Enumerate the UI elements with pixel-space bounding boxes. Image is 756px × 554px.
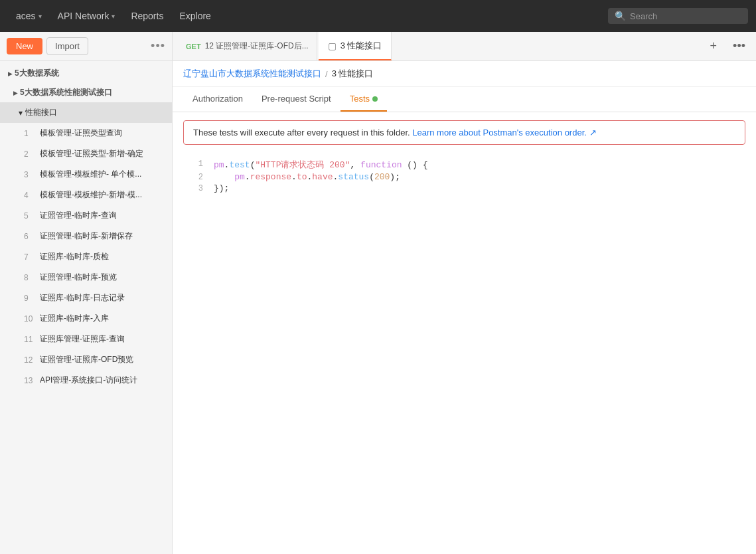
sidebar-item-12[interactable]: 12 证照管理-证照库-OFD预览: [0, 349, 172, 370]
top-navigation: aces ▾ API Network ▾ Reports Explore 🔍: [0, 0, 756, 32]
sidebar: New Import ••• ▸ 5大数据系统 ▸ 5大数据系统性能测试接口 ▾…: [0, 32, 173, 554]
sidebar-item-9[interactable]: 9 证照库-临时库-日志记录: [0, 288, 172, 308]
new-button[interactable]: New: [7, 38, 42, 54]
tab-pre-request-script[interactable]: Pre-request Script: [252, 87, 340, 112]
sidebar-section-bigdata[interactable]: ▸ 5大数据系统: [0, 64, 172, 83]
search-icon: 🔍: [615, 11, 626, 21]
request-tab-label: 12 证照管理-证照库-OFD后...: [205, 41, 309, 52]
sidebar-item-11[interactable]: 11 证照库管理-证照库-查询: [0, 329, 172, 349]
nav-explore[interactable]: Explore: [171, 7, 218, 25]
api-network-label: API Network: [58, 11, 110, 21]
sidebar-section-performance[interactable]: ▸ 5大数据系统性能测试接口: [0, 83, 172, 102]
sidebar-item-5[interactable]: 5 证照管理-临时库-查询: [0, 205, 172, 226]
tab-actions: + •••: [705, 37, 751, 56]
notice-banner: These tests will execute after every req…: [183, 120, 745, 145]
sidebar-more-icon[interactable]: •••: [151, 39, 165, 53]
folder-tab[interactable]: ▢ 3 性能接口: [319, 32, 392, 60]
code-line-2: 2 pm.response.to.have.status(200);: [173, 171, 756, 183]
nav-api-network[interactable]: API Network ▾: [50, 7, 123, 25]
tab-authorization[interactable]: Authorization: [183, 87, 252, 112]
more-tabs-button[interactable]: •••: [727, 37, 751, 56]
nav-reports[interactable]: Reports: [123, 7, 171, 25]
sidebar-item-3[interactable]: 3 模板管理-模板维护- 单个模...: [0, 164, 172, 185]
nav-workspaces[interactable]: aces ▾: [8, 7, 50, 25]
notice-link[interactable]: Learn more about Postman's execution ord…: [412, 128, 596, 138]
request-method: GET: [186, 43, 201, 50]
folder-tab-label: 3 性能接口: [340, 40, 382, 52]
folder-icon: ▢: [328, 41, 337, 51]
tests-active-dot: [372, 96, 378, 102]
sidebar-item-2[interactable]: 2 模板管理-证照类型-新增-确定: [0, 143, 172, 164]
tab-tests[interactable]: Tests: [340, 87, 387, 112]
code-editor[interactable]: 1 pm.test("HTTP请求状态码 200", function () {…: [173, 153, 756, 554]
notice-text: These tests will execute after every req…: [193, 128, 410, 138]
sidebar-item-performance-api[interactable]: ▾ 性能接口: [0, 102, 172, 123]
sidebar-item-6[interactable]: 6 证照管理-临时库-新增保存: [0, 226, 172, 246]
search-input[interactable]: [630, 11, 741, 21]
sidebar-toolbar: New Import •••: [0, 32, 172, 61]
explore-label: Explore: [179, 11, 210, 21]
add-tab-button[interactable]: +: [705, 37, 723, 56]
sidebar-item-7[interactable]: 7 证照库-临时库-质检: [0, 246, 172, 267]
breadcrumb: 辽宁盘山市大数据系统性能测试接口 / 3 性能接口: [173, 61, 756, 87]
code-line-3: 3 });: [173, 183, 756, 194]
content-area: New Import ••• ▸ 5大数据系统 ▸ 5大数据系统性能测试接口 ▾…: [0, 32, 756, 554]
code-line-1: 1 pm.test("HTTP请求状态码 200", function () {: [173, 158, 756, 171]
tab-bar: GET 12 证照管理-证照库-OFD后... ▢ 3 性能接口 + •••: [173, 32, 756, 61]
main-panel: GET 12 证照管理-证照库-OFD后... ▢ 3 性能接口 + ••• 辽…: [173, 32, 756, 554]
request-tab[interactable]: GET 12 证照管理-证照库-OFD后...: [178, 32, 317, 60]
notice-link-text: Learn more about Postman's execution ord…: [412, 128, 587, 138]
inner-tabs: Authorization Pre-request Script Tests: [173, 87, 756, 112]
sidebar-item-4[interactable]: 4 模板管理-模板维护-新增-模...: [0, 185, 172, 205]
sidebar-item-1[interactable]: 1 模板管理-证照类型查询: [0, 123, 172, 143]
breadcrumb-current: 3 性能接口: [332, 68, 374, 80]
import-button[interactable]: Import: [46, 37, 88, 55]
sidebar-item-10[interactable]: 10 证照库-临时库-入库: [0, 308, 172, 329]
workspaces-label: aces: [16, 11, 36, 21]
breadcrumb-separator: /: [325, 69, 328, 79]
external-link-icon: ↗: [589, 128, 597, 138]
chevron-down-icon: ▾: [112, 13, 115, 20]
reports-label: Reports: [131, 11, 163, 21]
sidebar-list: ▸ 5大数据系统 ▸ 5大数据系统性能测试接口 ▾ 性能接口 1 模板管理-证照…: [0, 61, 172, 554]
sidebar-item-8[interactable]: 8 证照管理-临时库-预览: [0, 267, 172, 288]
breadcrumb-parent[interactable]: 辽宁盘山市大数据系统性能测试接口: [183, 68, 321, 80]
chevron-down-icon: ▾: [38, 13, 42, 20]
sidebar-item-13[interactable]: 13 API管理-系统接口-访问统计: [0, 370, 172, 391]
search-bar[interactable]: 🔍: [608, 8, 748, 24]
